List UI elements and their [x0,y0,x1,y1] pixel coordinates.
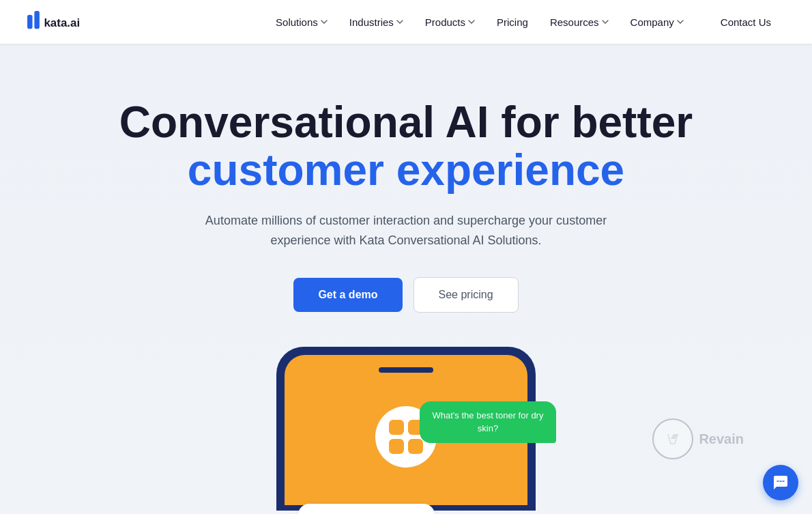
chevron-down-icon [468,20,475,24]
phone-notch [379,367,433,373]
hero-title-line2: customer experience [188,145,624,195]
chat-bubble-white-container: You may want to try our Centella X Toner [263,504,435,514]
nav-item-resources[interactable]: Resources [540,11,618,33]
nav-item-company[interactable]: Company [621,11,693,33]
nav-link-company[interactable]: Company [621,11,693,33]
hero-section: Conversational AI for better customer ex… [0,44,812,514]
nav-links: Solutions Industries Products [266,11,693,33]
get-demo-button[interactable]: Get a demo [293,278,402,312]
revain-logo [652,418,693,459]
chevron-down-icon [677,20,684,24]
chevron-down-icon [321,20,328,24]
nav-link-products[interactable]: Products [416,11,484,33]
nav-item-industries[interactable]: Industries [340,11,413,33]
phone-mockup: L What's the best toner for dry skin? [259,347,553,511]
chat-bubble-green: What's the best toner for dry skin? [420,401,556,442]
hero-subtitle: Automate millions of customer interactio… [201,211,611,251]
revain-label: Revain [699,431,744,447]
logo[interactable]: kata.ai [27,11,98,33]
nav-link-solutions[interactable]: Solutions [266,11,337,33]
svg-rect-1 [34,11,40,29]
nav-link-pricing[interactable]: Pricing [487,11,538,33]
hero-title-line1: Conversational AI for better [119,98,693,147]
contact-us-link[interactable]: Contact Us [707,11,785,33]
nav-item-products[interactable]: Products [416,11,484,33]
revain-badge: Revain [652,418,744,459]
app-dot [389,420,404,435]
nav-item-pricing[interactable]: Pricing [487,11,538,33]
chevron-down-icon [602,20,609,24]
chat-bubble-white: You may want to try our Centella X Toner [298,504,435,514]
hero-cta-buttons: Get a demo See pricing [293,277,518,313]
hero-title: Conversational AI for better customer ex… [119,98,693,195]
app-dot [389,439,404,454]
nav-item-solutions[interactable]: Solutions [266,11,337,33]
navbar: kata.ai Solutions Industries Products [0,0,812,44]
nav-link-resources[interactable]: Resources [540,11,618,33]
chat-widget-button[interactable] [763,465,798,500]
chat-icon [772,474,789,491]
svg-rect-0 [27,15,33,29]
revain-icon [663,429,683,449]
chevron-down-icon [396,20,403,24]
app-dot [408,439,423,454]
nav-link-industries[interactable]: Industries [340,11,413,33]
see-pricing-button[interactable]: See pricing [414,277,519,313]
svg-text:kata.ai: kata.ai [44,16,80,29]
